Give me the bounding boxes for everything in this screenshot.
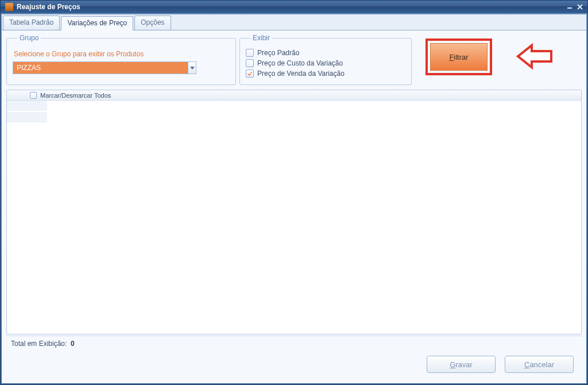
checkbox-preco-padrao[interactable]: Preço Padrão bbox=[246, 48, 405, 58]
total-value: 0 bbox=[71, 340, 75, 348]
checkbox-preco-venda-variacao[interactable]: Preço de Venda da Variação bbox=[246, 68, 405, 79]
svg-rect-0 bbox=[567, 7, 572, 9]
grupo-legend: Grupo bbox=[17, 34, 41, 42]
grid: Marcar/Desmarcar Todos bbox=[6, 90, 582, 334]
annotation-arrow-icon bbox=[516, 42, 556, 73]
group-exibir: Exibir Preço Padrão Preço de Custo da Va… bbox=[239, 34, 412, 85]
client-area: Tabela Padrão Variações de Preço Opções … bbox=[2, 14, 586, 383]
exibir-legend: Exibir bbox=[250, 34, 272, 42]
grupo-combobox[interactable]: PIZZAS bbox=[13, 61, 196, 74]
titlebar[interactable]: Reajuste de Preços bbox=[1, 1, 587, 13]
tabstrip: Tabela Padrão Variações de Preço Opções bbox=[2, 14, 586, 30]
filtrar-button[interactable]: Filtrar bbox=[430, 43, 488, 71]
checkbox-label: Preço de Custo da Variação bbox=[257, 58, 343, 68]
mark-all-checkbox[interactable] bbox=[30, 92, 37, 99]
window-title: Reajuste de Preços bbox=[17, 3, 80, 11]
group-grupo: Grupo Selecione o Grupo para exibir os P… bbox=[6, 34, 236, 85]
app-icon bbox=[5, 3, 13, 11]
chevron-down-icon[interactable] bbox=[188, 62, 196, 74]
checkbox-preco-custo-variacao[interactable]: Preço de Custo da Variação bbox=[246, 58, 405, 68]
checkbox-icon bbox=[246, 49, 254, 57]
tab-body: Grupo Selecione o Grupo para exibir os P… bbox=[2, 30, 586, 383]
table-row bbox=[7, 112, 47, 122]
grupo-selected-value: PIZZAS bbox=[13, 62, 188, 74]
grid-header[interactable]: Marcar/Desmarcar Todos bbox=[7, 90, 581, 101]
footer-total: Total em Exibição: 0 bbox=[6, 336, 582, 351]
checkbox-label: Preço Padrão bbox=[257, 48, 299, 58]
gravar-button[interactable]: Gravar bbox=[427, 356, 496, 373]
tab-tabela-padrao[interactable]: Tabela Padrão bbox=[3, 16, 60, 30]
table-row bbox=[7, 101, 47, 111]
total-label: Total em Exibição: bbox=[11, 340, 67, 348]
close-button[interactable] bbox=[575, 3, 585, 11]
grupo-instruction: Selecione o Grupo para exibir os Produto… bbox=[14, 50, 230, 58]
tab-variacoes-preco[interactable]: Variações de Preço bbox=[61, 16, 133, 30]
grupo-spin-buttons[interactable] bbox=[188, 62, 196, 74]
checkbox-icon bbox=[246, 59, 254, 67]
filtrar-area: Filtrar bbox=[415, 34, 492, 85]
window-buttons bbox=[564, 3, 585, 11]
grid-body[interactable] bbox=[7, 101, 581, 334]
checkbox-label: Preço de Venda da Variação bbox=[257, 68, 345, 79]
filter-row: Grupo Selecione o Grupo para exibir os P… bbox=[6, 34, 582, 85]
app-window: Reajuste de Preços Tabela Padrão Variaçõ… bbox=[0, 0, 588, 385]
checkbox-icon bbox=[246, 70, 254, 78]
minimize-button[interactable] bbox=[564, 3, 575, 11]
tab-opcoes[interactable]: Opções bbox=[134, 16, 171, 30]
annotation-highlight: Filtrar bbox=[425, 38, 492, 75]
cancelar-button[interactable]: Cancelar bbox=[505, 356, 574, 373]
mark-all-label: Marcar/Desmarcar Todos bbox=[40, 92, 111, 99]
button-row: Gravar Cancelar bbox=[6, 351, 582, 379]
